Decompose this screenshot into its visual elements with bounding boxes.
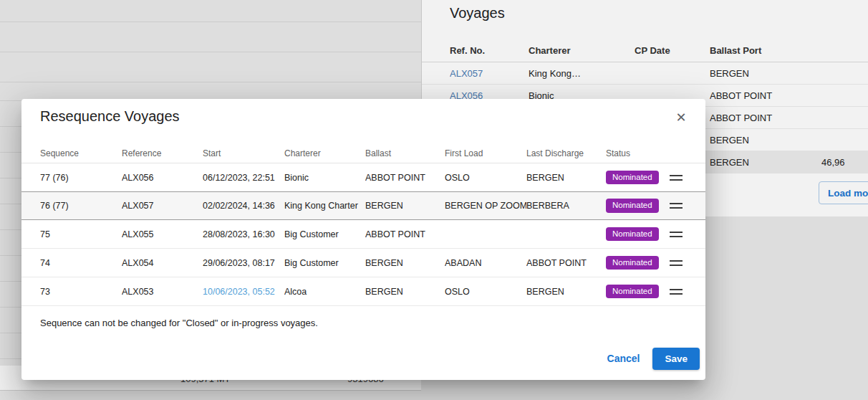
reference-cell: ALX057 <box>122 201 203 211</box>
cancel-button[interactable]: Cancel <box>599 347 649 370</box>
drag-handle-icon[interactable] <box>670 260 683 266</box>
column-header: Start <box>203 148 284 158</box>
status-cell: Nominated <box>606 227 670 242</box>
sequence-cell: 77 (76) <box>40 173 122 183</box>
handle-cell <box>670 289 687 295</box>
last-discharge-cell: ABBOT POINT <box>526 258 606 268</box>
drag-handle-icon[interactable] <box>670 289 683 295</box>
column-header: Last Discharge <box>526 148 606 158</box>
ballast-cell: BERGEN <box>365 258 445 268</box>
save-button[interactable]: Save <box>652 348 700 370</box>
start-cell: 29/06/2023, 08:17 <box>203 258 284 268</box>
ballast-cell: ABBOT POINT <box>365 229 445 239</box>
reference-cell: ALX056 <box>122 173 203 183</box>
sequence-cell: 76 (77) <box>40 201 122 211</box>
dialog-actions: Cancel Save <box>599 347 700 370</box>
handle-cell <box>670 175 687 181</box>
status-cell: Nominated <box>606 285 670 299</box>
drag-handle-icon[interactable] <box>670 232 683 237</box>
status-badge: Nominated <box>606 256 659 270</box>
start-cell: 06/12/2023, 22:51 <box>203 173 284 183</box>
column-header: Status <box>606 148 670 158</box>
last-discharge-cell: BERGEN <box>526 173 606 183</box>
charterer-cell: Alcoa <box>284 287 365 297</box>
drag-handle-icon[interactable] <box>670 203 683 209</box>
status-cell: Nominated <box>606 199 670 213</box>
status-badge: Nominated <box>606 171 659 185</box>
status-cell: Nominated <box>606 256 670 270</box>
ballast-cell: BERGEN <box>365 201 445 211</box>
handle-cell <box>670 232 687 237</box>
status-badge: Nominated <box>606 199 659 213</box>
charterer-cell: Big Customer <box>284 258 365 268</box>
column-header: Reference <box>122 148 203 158</box>
column-header: Charterer <box>284 148 365 158</box>
last-discharge-cell: BERBERA <box>526 201 606 211</box>
first-load-cell: BERGEN OP ZOOM <box>445 201 526 211</box>
column-header: First Load <box>445 148 526 158</box>
resequence-row: 74ALX05429/06/2023, 08:17Big CustomerBER… <box>21 249 705 277</box>
resequence-row: 73ALX05310/06/2023, 05:52AlcoaBERGENOSLO… <box>21 277 705 306</box>
resequence-table-body: 77 (76)ALX05606/12/2023, 22:51BionicABBO… <box>21 163 705 306</box>
start-cell: 28/08/2023, 16:30 <box>203 229 284 239</box>
drag-handle-icon[interactable] <box>670 175 683 181</box>
charterer-cell: Bionic <box>284 173 365 183</box>
dialog-title: Resequence Voyages <box>40 108 180 125</box>
charterer-cell: Big Customer <box>284 229 365 239</box>
sequence-cell: 73 <box>40 287 122 297</box>
start-cell[interactable]: 10/06/2023, 05:52 <box>203 287 284 297</box>
first-load-cell: OSLO <box>445 173 526 183</box>
column-header: Ballast <box>365 148 445 158</box>
reference-cell: ALX055 <box>122 229 203 239</box>
ballast-cell: ABBOT POINT <box>365 173 445 183</box>
status-cell: Nominated <box>606 171 670 185</box>
charterer-cell: King Kong Charter <box>284 201 365 211</box>
sequence-cell: 75 <box>40 229 122 239</box>
status-badge: Nominated <box>606 285 659 299</box>
status-badge: Nominated <box>606 227 659 242</box>
resequence-row: 75ALX05528/08/2023, 16:30Big CustomerABB… <box>21 220 705 249</box>
handle-cell <box>670 260 687 266</box>
resequence-row: 76 (77)ALX05702/02/2024, 14:36King Kong … <box>21 191 705 220</box>
last-discharge-cell: BERGEN <box>526 287 606 297</box>
resequence-row: 77 (76)ALX05606/12/2023, 22:51BionicABBO… <box>21 163 705 192</box>
reference-cell: ALX053 <box>122 287 203 297</box>
start-cell: 02/02/2024, 14:36 <box>203 201 284 211</box>
resequence-voyages-dialog: Resequence Voyages ✕ SequenceReferenceSt… <box>21 99 705 380</box>
reference-cell: ALX054 <box>122 258 203 268</box>
resequence-table-header: SequenceReferenceStartChartererBallastFi… <box>21 143 705 163</box>
first-load-cell: OSLO <box>445 287 526 297</box>
first-load-cell: ABADAN <box>445 258 526 268</box>
ballast-cell: BERGEN <box>365 287 445 297</box>
column-header: Sequence <box>40 148 122 158</box>
handle-cell <box>670 203 687 209</box>
close-icon[interactable]: ✕ <box>670 106 693 129</box>
sequence-note-text: Sequence can not be changed for "Closed"… <box>40 318 318 328</box>
sequence-cell: 74 <box>40 258 122 268</box>
